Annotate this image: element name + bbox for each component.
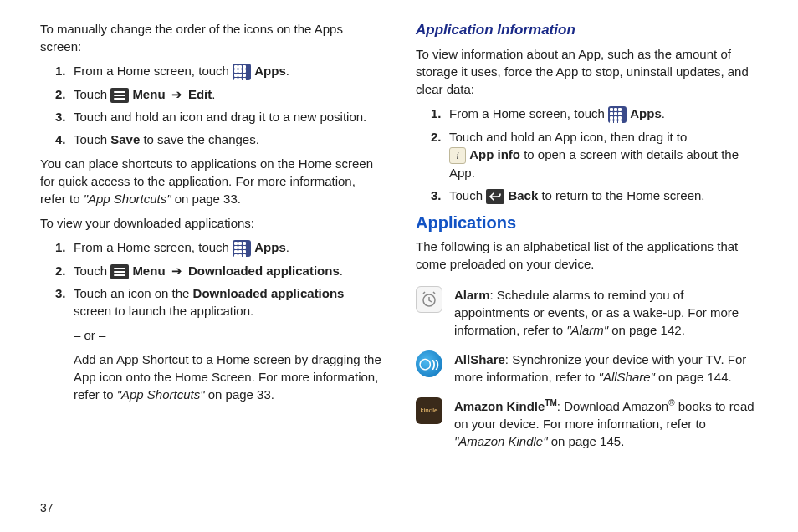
menu-icon — [110, 264, 129, 279]
list-item: 4. Touch Save to save the changes. — [40, 130, 382, 148]
list-item: 3. Touch Back to return to the Home scre… — [416, 187, 758, 204]
apps-icon — [608, 106, 627, 123]
app-info-intro: To view information about an App, such a… — [416, 45, 758, 98]
step-number: 3. — [55, 284, 74, 302]
list-item: 1. From a Home screen, touch Apps. — [40, 238, 382, 257]
list-item: 2. Touch Menu ➔ Edit. — [40, 85, 382, 103]
step-body: From a Home screen, touch Apps. — [74, 238, 382, 257]
app-description: AllShare: Synchronize your device with y… — [454, 350, 758, 386]
app-entry-alarm: Alarm: Schedule alarms to remind you of … — [416, 286, 758, 339]
apps-icon — [233, 240, 251, 257]
step-body: From a Home screen, touch Apps. — [74, 62, 382, 80]
arrow-icon: ➔ — [171, 87, 182, 101]
app-description: Amazon KindleTM: Download Amazon® books … — [454, 397, 758, 450]
step-number: 3. — [431, 187, 449, 204]
alarm-icon — [416, 286, 442, 313]
step-body: Touch Back to return to the Home screen. — [449, 187, 758, 204]
step-body: Touch and hold an icon and drag it to a … — [74, 108, 382, 125]
allshare-icon: ◯)) — [416, 350, 442, 377]
or-separator: – or – — [40, 326, 382, 344]
shortcut-paragraph: You can place shortcuts to applications … — [40, 155, 382, 207]
app-entry-kindle: kindle Amazon KindleTM: Download Amazon®… — [416, 397, 758, 450]
step-number: 1. — [55, 62, 74, 79]
sub-paragraph: Add an App Shortcut to a Home screen by … — [40, 350, 382, 403]
step-body: Touch and hold an App icon, then drag it… — [449, 128, 758, 182]
ordered-list-downloaded: 1. From a Home screen, touch Apps. 2. To… — [40, 238, 382, 320]
registered: ® — [668, 398, 674, 407]
intro-paragraph: To manually change the order of the icon… — [40, 20, 382, 55]
cross-ref: "AllShare" — [599, 370, 655, 384]
step-body: Touch Menu ➔ Edit. — [74, 85, 382, 103]
heading-applications: Applications — [416, 211, 758, 234]
cross-ref: "Amazon Kindle" — [454, 434, 548, 448]
step-number: 3. — [55, 108, 74, 125]
step-number: 4. — [55, 130, 74, 148]
step-number: 2. — [431, 128, 449, 146]
cross-ref: "App Shortcuts" — [117, 387, 205, 402]
info-icon: i — [449, 147, 466, 164]
back-icon — [486, 189, 504, 204]
arrow-icon: ➔ — [171, 263, 182, 278]
list-item: 2. Touch and hold an App icon, then drag… — [416, 128, 758, 182]
kindle-icon: kindle — [416, 397, 442, 424]
right-column: Application Information To view informat… — [416, 20, 758, 462]
ordered-list-app-info: 1. From a Home screen, touch Apps. 2. To… — [416, 105, 758, 204]
step-number: 2. — [55, 262, 74, 279]
list-item: 3. Touch and hold an icon and drag it to… — [40, 108, 382, 125]
list-item: 3. Touch an icon on the Downloaded appli… — [40, 284, 382, 320]
page-number: 37 — [40, 500, 54, 517]
apps-icon — [233, 64, 251, 80]
cross-ref: "App Shortcuts" — [84, 192, 171, 206]
step-number: 2. — [55, 85, 74, 103]
step-number: 1. — [55, 238, 74, 256]
trademark: TM — [545, 398, 556, 407]
step-number: 1. — [431, 105, 449, 122]
menu-icon — [110, 88, 129, 103]
applications-intro: The following is an alphabetical list of… — [416, 238, 758, 273]
step-body: Touch an icon on the Downloaded applicat… — [74, 284, 382, 320]
step-body: From a Home screen, touch Apps. — [449, 105, 758, 123]
left-column: To manually change the order of the icon… — [40, 20, 382, 462]
step-body: Touch Menu ➔ Downloaded applications. — [74, 262, 382, 279]
list-item: 1. From a Home screen, touch Apps. — [40, 62, 382, 80]
app-description: Alarm: Schedule alarms to remind you of … — [454, 286, 758, 339]
heading-app-info: Application Information — [416, 20, 758, 40]
ordered-list-reorder: 1. From a Home screen, touch Apps. 2. To… — [40, 62, 382, 148]
intro-downloaded: To view your downloaded applications: — [40, 214, 382, 232]
step-body: Touch Save to save the changes. — [74, 130, 382, 148]
list-item: 1. From a Home screen, touch Apps. — [416, 105, 758, 123]
cross-ref: "Alarm" — [566, 323, 608, 337]
app-entry-allshare: ◯)) AllShare: Synchronize your device wi… — [416, 350, 758, 386]
list-item: 2. Touch Menu ➔ Downloaded applications. — [40, 262, 382, 279]
